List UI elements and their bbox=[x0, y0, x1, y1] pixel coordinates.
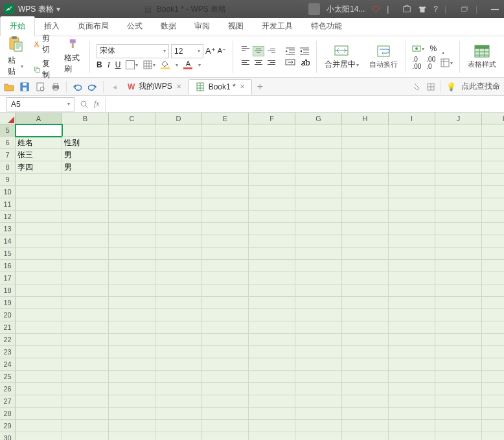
cell-D10[interactable] bbox=[155, 186, 202, 198]
close-book1-tab[interactable]: ✕ bbox=[240, 83, 245, 90]
cell-H8[interactable] bbox=[342, 161, 389, 174]
cell-C26[interactable] bbox=[109, 383, 155, 395]
cell-H27[interactable] bbox=[342, 395, 389, 408]
col-header-I[interactable]: I bbox=[389, 113, 435, 124]
cell-F14[interactable] bbox=[249, 235, 295, 248]
cell-F12[interactable] bbox=[249, 211, 295, 223]
cell-D11[interactable] bbox=[155, 198, 202, 211]
row-header-13[interactable]: 13 bbox=[0, 223, 16, 235]
wrap-text-button[interactable]: 自动换行 bbox=[365, 44, 402, 69]
cell-I9[interactable] bbox=[389, 174, 435, 186]
cell-G23[interactable] bbox=[295, 346, 342, 358]
cell-D18[interactable] bbox=[155, 284, 202, 297]
cell-A10[interactable] bbox=[16, 186, 62, 198]
cell-C29[interactable] bbox=[109, 420, 155, 432]
cell-C6[interactable] bbox=[109, 137, 155, 149]
cell-E17[interactable] bbox=[202, 272, 249, 284]
box-icon[interactable] bbox=[402, 5, 411, 14]
col-header-E[interactable]: E bbox=[202, 113, 249, 124]
row-header-9[interactable]: 9 bbox=[0, 174, 16, 186]
cell-G12[interactable] bbox=[295, 211, 342, 223]
cell-D13[interactable] bbox=[155, 223, 202, 235]
cell-I22[interactable] bbox=[389, 334, 435, 346]
row-header-16[interactable]: 16 bbox=[0, 260, 16, 272]
row-header-14[interactable]: 14 bbox=[0, 235, 16, 248]
decrease-decimal-button[interactable]: .00.0 bbox=[426, 56, 435, 70]
cell-K21[interactable] bbox=[482, 321, 504, 334]
cell-A5[interactable] bbox=[16, 124, 62, 137]
cell-J17[interactable] bbox=[435, 272, 482, 284]
cell-D15[interactable] bbox=[155, 248, 202, 260]
cell-E14[interactable] bbox=[202, 235, 249, 248]
cell-H16[interactable] bbox=[342, 260, 389, 272]
cell-K13[interactable] bbox=[482, 223, 504, 235]
cell-H14[interactable] bbox=[342, 235, 389, 248]
cell-C24[interactable] bbox=[109, 358, 155, 371]
col-header-D[interactable]: D bbox=[155, 113, 202, 124]
cell-C21[interactable] bbox=[109, 321, 155, 334]
row-header-7[interactable]: 7 bbox=[0, 149, 16, 161]
cell-K18[interactable] bbox=[482, 284, 504, 297]
cell-I28[interactable] bbox=[389, 408, 435, 420]
cell-B5[interactable] bbox=[62, 124, 109, 137]
cell-I7[interactable] bbox=[389, 149, 435, 161]
percent-button[interactable]: % bbox=[430, 44, 437, 53]
cell-E29[interactable] bbox=[202, 420, 249, 432]
merge-icon-small[interactable] bbox=[285, 58, 295, 67]
cell-K12[interactable] bbox=[482, 211, 504, 223]
cell-A22[interactable] bbox=[16, 334, 62, 346]
cell-J5[interactable] bbox=[435, 124, 482, 137]
cell-A11[interactable] bbox=[16, 198, 62, 211]
row-header-25[interactable]: 25 bbox=[0, 371, 16, 383]
cell-I21[interactable] bbox=[389, 321, 435, 334]
col-header-C[interactable]: C bbox=[109, 113, 155, 124]
row-header-8[interactable]: 8 bbox=[0, 161, 16, 174]
cell-D26[interactable] bbox=[155, 383, 202, 395]
cell-A14[interactable] bbox=[16, 235, 62, 248]
cell-I29[interactable] bbox=[389, 420, 435, 432]
cell-H11[interactable] bbox=[342, 198, 389, 211]
cell-I15[interactable] bbox=[389, 248, 435, 260]
cell-E15[interactable] bbox=[202, 248, 249, 260]
cell-E10[interactable] bbox=[202, 186, 249, 198]
cell-H15[interactable] bbox=[342, 248, 389, 260]
open-icon[interactable] bbox=[4, 82, 14, 92]
cell-D5[interactable] bbox=[155, 124, 202, 137]
cell-D25[interactable] bbox=[155, 371, 202, 383]
cell-E7[interactable] bbox=[202, 149, 249, 161]
cell-E9[interactable] bbox=[202, 174, 249, 186]
cell-A28[interactable] bbox=[16, 408, 62, 420]
undo-icon[interactable] bbox=[72, 82, 82, 92]
cell-B19[interactable] bbox=[62, 297, 109, 309]
cell-B21[interactable] bbox=[62, 321, 109, 334]
row-header-6[interactable]: 6 bbox=[0, 137, 16, 149]
cell-H19[interactable] bbox=[342, 297, 389, 309]
cell-C22[interactable] bbox=[109, 334, 155, 346]
copy-button[interactable]: 复制 bbox=[32, 58, 55, 81]
cell-K28[interactable] bbox=[482, 408, 504, 420]
cell-G7[interactable] bbox=[295, 149, 342, 161]
cell-H25[interactable] bbox=[342, 371, 389, 383]
fill-dd[interactable]: ▾ bbox=[176, 62, 178, 68]
redo-icon[interactable] bbox=[87, 82, 98, 92]
new-tab-icon[interactable]: + bbox=[257, 81, 263, 93]
cell-A25[interactable] bbox=[16, 371, 62, 383]
cell-J27[interactable] bbox=[435, 395, 482, 408]
table-style-button[interactable]: 表格样式 bbox=[464, 44, 500, 69]
fontcolor-dd[interactable]: ▾ bbox=[198, 62, 201, 68]
cell-C14[interactable] bbox=[109, 235, 155, 248]
cell-D12[interactable] bbox=[155, 211, 202, 223]
cell-H24[interactable] bbox=[342, 358, 389, 371]
cell-C23[interactable] bbox=[109, 346, 155, 358]
cell-K10[interactable] bbox=[482, 186, 504, 198]
cell-E22[interactable] bbox=[202, 334, 249, 346]
cell-A12[interactable] bbox=[16, 211, 62, 223]
cell-K23[interactable] bbox=[482, 346, 504, 358]
row-header-23[interactable]: 23 bbox=[0, 346, 16, 358]
font-name-select[interactable]: 宋体▾ bbox=[97, 44, 169, 58]
cell-D9[interactable] bbox=[155, 174, 202, 186]
cell-E5[interactable] bbox=[202, 124, 249, 137]
cell-C15[interactable] bbox=[109, 248, 155, 260]
cell-G28[interactable] bbox=[295, 408, 342, 420]
cell-G5[interactable] bbox=[295, 124, 342, 137]
